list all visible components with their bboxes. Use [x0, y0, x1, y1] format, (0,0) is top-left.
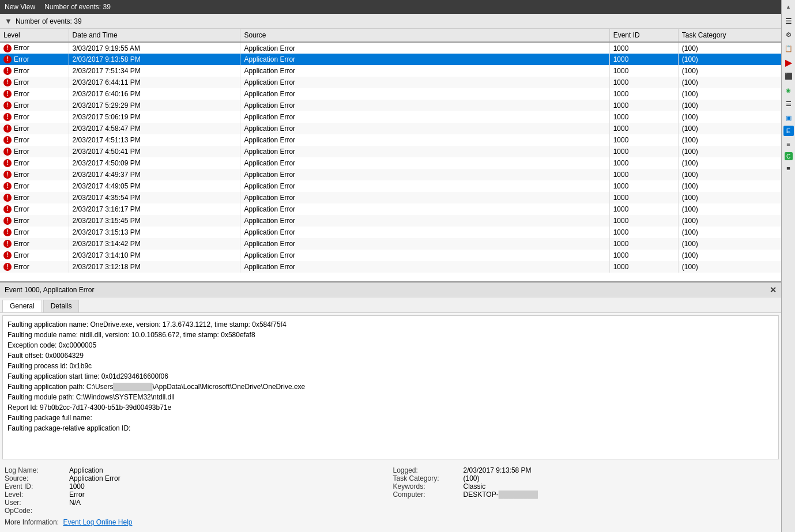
sidebar-icon-12[interactable]: ≡ — [783, 163, 794, 174]
meta-computer-row: Computer: DESKTOP-████████ — [393, 491, 777, 499]
table-row[interactable]: !Error2/03/2017 6:40:16 PMApplication Er… — [0, 88, 781, 100]
table-row[interactable]: !Error2/03/2017 3:14:42 PMApplication Er… — [0, 238, 781, 250]
tab-general[interactable]: General — [2, 300, 42, 312]
sidebar-icon-1[interactable]: ▲ — [783, 1, 794, 13]
meta-user-row: User: N/A — [5, 499, 389, 507]
cell-taskcategory: (100) — [678, 42, 781, 54]
meta-opcode-value — [69, 507, 389, 515]
sidebar-icon-8[interactable]: ☰ — [783, 98, 794, 110]
meta-level-value: Error — [69, 491, 389, 499]
cell-eventid: 1000 — [609, 238, 678, 250]
table-row[interactable]: !Error2/03/2017 3:15:45 PMApplication Er… — [0, 215, 781, 227]
error-icon: ! — [3, 113, 12, 121]
table-row[interactable]: !Error2/03/2017 6:44:11 PMApplication Er… — [0, 77, 781, 88]
cell-level: !Error — [0, 88, 69, 100]
table-row[interactable]: !Error2/03/2017 3:16:17 PMApplication Er… — [0, 203, 781, 215]
sidebar-icon-11[interactable]: C — [785, 152, 793, 160]
sidebar-icon-3[interactable]: ⚙ — [783, 29, 794, 40]
table-row[interactable]: !Error2/03/2017 4:49:05 PMApplication Er… — [0, 180, 781, 192]
detail-content: Faulting application name: OneDrive.exe,… — [0, 313, 781, 532]
cell-eventid: 1000 — [609, 169, 678, 180]
cell-datetime: 2/03/2017 5:29:29 PM — [69, 100, 240, 111]
error-icon: ! — [3, 263, 12, 271]
detail-panel-header: Event 1000, Application Error ✕ — [0, 283, 781, 297]
sidebar-icon-5[interactable]: ▶ — [783, 56, 794, 68]
col-header-datetime[interactable]: Date and Time — [69, 29, 240, 42]
error-icon: ! — [3, 124, 12, 133]
table-row[interactable]: !Error2/03/2017 3:12:18 PMApplication Er… — [0, 261, 781, 273]
meta-moreinfo-label: More Information: — [5, 518, 59, 526]
cell-datetime: 2/03/2017 4:50:41 PM — [69, 146, 240, 157]
cell-eventid: 1000 — [609, 42, 678, 54]
cell-level: !Error — [0, 100, 69, 111]
cell-source: Application Error — [240, 180, 609, 192]
event-log-help-link[interactable]: Event Log Online Help — [63, 518, 132, 526]
error-icon: ! — [3, 101, 12, 110]
sidebar-icon-4[interactable]: 📋 — [783, 43, 794, 54]
col-header-eventid[interactable]: Event ID — [609, 29, 678, 42]
cell-taskcategory: (100) — [678, 65, 781, 77]
error-icon: ! — [3, 251, 12, 259]
cell-taskcategory: (100) — [678, 77, 781, 88]
table-row[interactable]: !Error2/03/2017 9:13:58 PMApplication Er… — [0, 54, 781, 65]
cell-source: Application Error — [240, 261, 609, 273]
meta-logname-row: Log Name: Application — [5, 466, 389, 474]
cell-source: Application Error — [240, 111, 609, 123]
cell-eventid: 1000 — [609, 123, 678, 134]
error-icon: ! — [3, 78, 12, 86]
cell-level: !Error — [0, 123, 69, 134]
meta-eventid-label: Event ID: — [5, 482, 68, 491]
error-icon: ! — [3, 148, 12, 156]
event-metadata: Log Name: Application Source: Applicatio… — [2, 463, 779, 530]
table-row[interactable]: !Error2/03/2017 3:15:13 PMApplication Er… — [0, 227, 781, 238]
desc-line-3: Exception code: 0xc0000005 — [7, 340, 774, 350]
table-row[interactable]: !Error2/03/2017 4:58:47 PMApplication Er… — [0, 123, 781, 134]
desc-line-10: Faulting package full name: — [7, 413, 774, 423]
table-row[interactable]: !Error2/03/2017 3:14:10 PMApplication Er… — [0, 250, 781, 261]
cell-eventid: 1000 — [609, 203, 678, 215]
col-header-level[interactable]: Level — [0, 29, 69, 42]
cell-source: Application Error — [240, 250, 609, 261]
meta-source-label: Source: — [5, 474, 68, 482]
meta-opcode-label: OpCode: — [5, 507, 68, 515]
error-icon: ! — [3, 44, 12, 52]
cell-source: Application Error — [240, 42, 609, 54]
table-row[interactable]: !Error2/03/2017 5:06:19 PMApplication Er… — [0, 111, 781, 123]
cell-eventid: 1000 — [609, 227, 678, 238]
col-header-source[interactable]: Source — [240, 29, 609, 42]
table-row[interactable]: !Error2/03/2017 7:51:34 PMApplication Er… — [0, 65, 781, 77]
col-header-taskcategory[interactable]: Task Category — [678, 29, 781, 42]
table-row[interactable]: !Error2/03/2017 4:35:54 PMApplication Er… — [0, 192, 781, 203]
sidebar-icon-e[interactable]: E — [783, 126, 794, 136]
meta-logname-value: Application — [69, 466, 389, 474]
meta-taskcategory-label: Task Category: — [393, 474, 462, 482]
sidebar-icon-9[interactable]: ▣ — [783, 112, 794, 123]
table-row[interactable]: !Error2/03/2017 4:51:13 PMApplication Er… — [0, 134, 781, 146]
table-row[interactable]: !Error2/03/2017 5:29:29 PMApplication Er… — [0, 100, 781, 111]
close-button[interactable]: ✕ — [770, 285, 777, 295]
cell-taskcategory: (100) — [678, 88, 781, 100]
desc-line-8: Faulting module path: C:\Windows\SYSTEM3… — [7, 392, 774, 402]
events-table-container[interactable]: Level Date and Time Source Event ID Task… — [0, 29, 781, 282]
cell-eventid: 1000 — [609, 250, 678, 261]
detail-panel: Event 1000, Application Error ✕ General … — [0, 282, 781, 532]
table-row[interactable]: !Error3/03/2017 9:19:55 AMApplication Er… — [0, 42, 781, 54]
meta-logged-value: 2/03/2017 9:13:58 PM — [464, 466, 777, 474]
sidebar-icon-10[interactable]: ≡ — [783, 138, 794, 150]
table-row[interactable]: !Error2/03/2017 4:49:37 PMApplication Er… — [0, 169, 781, 180]
cell-datetime: 2/03/2017 6:40:16 PM — [69, 88, 240, 100]
events-table: Level Date and Time Source Event ID Task… — [0, 29, 781, 273]
cell-level: !Error — [0, 134, 69, 146]
title-event-count: Number of events: 39 — [44, 3, 111, 11]
cell-source: Application Error — [240, 54, 609, 65]
meta-keywords-row: Keywords: Classic — [393, 482, 777, 491]
cell-eventid: 1000 — [609, 54, 678, 65]
tab-details[interactable]: Details — [43, 300, 80, 312]
sidebar-icon-7[interactable]: ◉ — [783, 84, 794, 96]
sidebar-icon-2[interactable]: ☰ — [783, 15, 794, 27]
cell-level: !Error — [0, 146, 69, 157]
cell-datetime: 2/03/2017 9:13:58 PM — [69, 54, 240, 65]
table-row[interactable]: !Error2/03/2017 4:50:09 PMApplication Er… — [0, 157, 781, 169]
sidebar-icon-6[interactable]: ⬛ — [783, 70, 794, 82]
table-row[interactable]: !Error2/03/2017 4:50:41 PMApplication Er… — [0, 146, 781, 157]
